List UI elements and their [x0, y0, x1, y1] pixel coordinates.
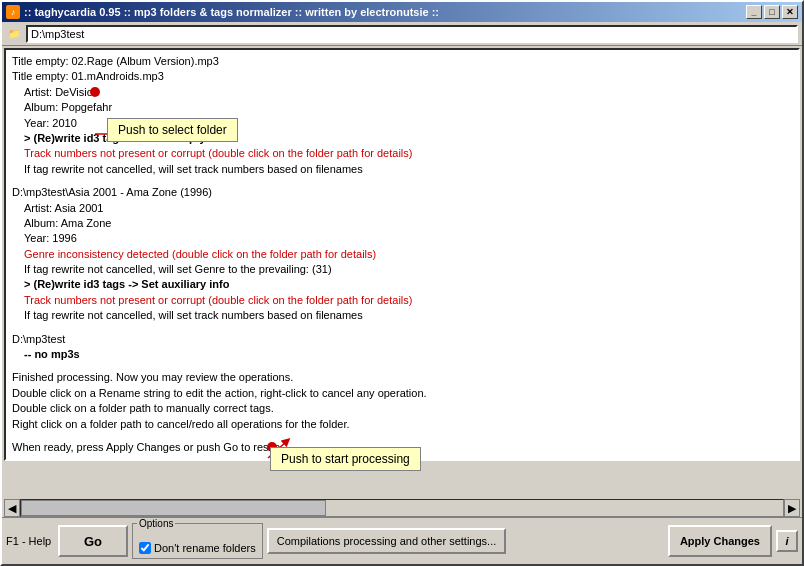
dont-rename-row: Don't rename folders — [139, 542, 256, 554]
apply-changes-button[interactable]: Apply Changes — [668, 525, 772, 557]
log-line: Double click on a Rename string to edit … — [12, 386, 792, 401]
scroll-thumb[interactable] — [21, 500, 326, 516]
main-content: Title empty: 02.Rage (Album Version).mp3… — [2, 46, 802, 517]
log-line: If tag rewrite not cancelled, will set t… — [12, 308, 792, 323]
options-group: Options Don't rename folders — [132, 523, 263, 559]
log-line: When ready, press Apply Changes or push … — [12, 440, 792, 455]
bottom-panel: F1 - Help Go Options Don't rename folder… — [2, 517, 802, 564]
go-button[interactable]: Go — [58, 525, 128, 557]
log-spacer — [12, 324, 792, 332]
f1-help-label: F1 - Help — [6, 535, 54, 547]
main-window: ♪ :: taghycardia 0.95 :: mp3 folders & t… — [0, 0, 804, 566]
address-bar: 📁 D:\mp3test — [2, 22, 802, 46]
log-line: Right click on a folder path to cancel/r… — [12, 417, 792, 432]
log-line: Track numbers not present or corrupt (do… — [12, 293, 792, 308]
log-wrapper: Title empty: 02.Rage (Album Version).mp3… — [2, 46, 802, 499]
scroll-right-button[interactable]: ▶ — [784, 499, 800, 517]
log-line: Year: 2010 — [12, 116, 792, 131]
address-field[interactable]: D:\mp3test — [26, 25, 798, 43]
log-line: > (Re)write id3 tags -> Fill in empty ti… — [12, 131, 792, 146]
log-line: Artist: DeVision — [12, 85, 792, 100]
log-line: Album: Ama Zone — [12, 216, 792, 231]
log-line: Album: Popgefahr — [12, 100, 792, 115]
log-line: -- no mp3s — [12, 347, 792, 362]
log-line: Genre inconsistency detected (double cli… — [12, 247, 792, 262]
minimize-button[interactable]: _ — [746, 5, 762, 19]
scroll-track[interactable] — [20, 499, 784, 517]
title-bar-left: ♪ :: taghycardia 0.95 :: mp3 folders & t… — [6, 5, 439, 19]
log-line: Track numbers not present or corrupt (do… — [12, 146, 792, 161]
log-line: Year: 1996 — [12, 231, 792, 246]
bottom-row: F1 - Help Go Options Don't rename folder… — [6, 522, 798, 560]
log-line: > (Re)write id3 tags -> Set auxiliary in… — [12, 277, 792, 292]
log-line: D:\mp3test — [12, 332, 792, 347]
scroll-left-button[interactable]: ◀ — [4, 499, 20, 517]
log-line: D:\mp3test\Asia 2001 - Ama Zone (1996) — [12, 185, 792, 200]
app-icon: ♪ — [6, 5, 20, 19]
log-line: Title empty: 01.mAndroids.mp3 — [12, 69, 792, 84]
log-spacer — [12, 432, 792, 440]
dont-rename-label: Don't rename folders — [154, 542, 256, 554]
maximize-button[interactable]: □ — [764, 5, 780, 19]
window-title: :: taghycardia 0.95 :: mp3 folders & tag… — [24, 6, 439, 18]
log-line: If tag rewrite not cancelled, will set G… — [12, 262, 792, 277]
title-bar: ♪ :: taghycardia 0.95 :: mp3 folders & t… — [2, 2, 802, 22]
options-label: Options — [137, 518, 175, 529]
horizontal-scrollbar[interactable]: ◀ ▶ — [4, 499, 800, 517]
log-line: If tag rewrite not cancelled, will set t… — [12, 162, 792, 177]
log-spacer — [12, 362, 792, 370]
log-line: Double click on a folder path to manuall… — [12, 401, 792, 416]
log-line: Finished processing. Now you may review … — [12, 370, 792, 385]
log-spacer — [12, 177, 792, 185]
log-line: Artist: Asia 2001 — [12, 201, 792, 216]
compilations-button[interactable]: Compilations processing and other settin… — [267, 528, 507, 554]
dont-rename-checkbox[interactable] — [139, 542, 151, 554]
log-area[interactable]: Title empty: 02.Rage (Album Version).mp3… — [4, 48, 800, 461]
title-bar-buttons: _ □ ✕ — [746, 5, 798, 19]
log-line: Title empty: 02.Rage (Album Version).mp3 — [12, 54, 792, 69]
folder-icon: 📁 — [6, 26, 22, 42]
close-button[interactable]: ✕ — [782, 5, 798, 19]
info-button[interactable]: i — [776, 530, 798, 552]
